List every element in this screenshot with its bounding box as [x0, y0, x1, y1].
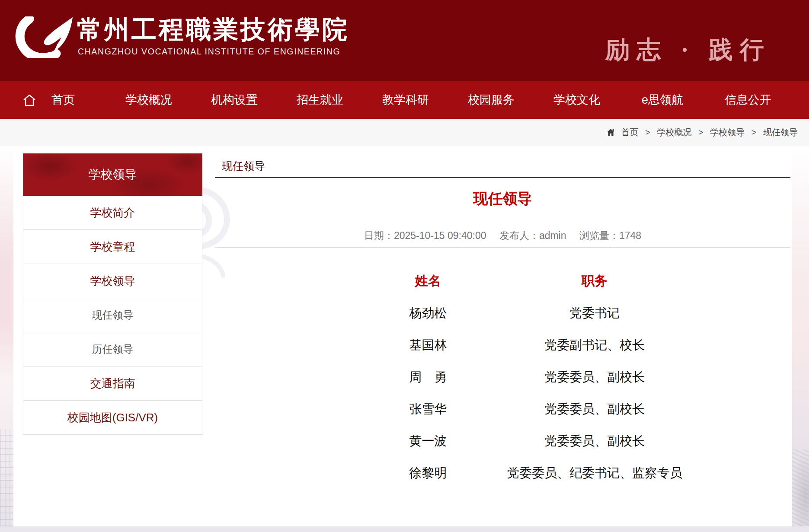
building-sketch-watermark: [0, 429, 13, 526]
breadcrumb-link-school-leaders[interactable]: 学校领导: [710, 127, 745, 137]
table-row: 黄一波 党委委员、副校长: [363, 425, 696, 457]
leader-name: 基国林: [363, 329, 493, 361]
sidebar-item-school-leaders[interactable]: 学校领导: [23, 264, 202, 298]
leader-position: 党委委员、副校长: [493, 393, 696, 425]
column-header-name: 姓名: [363, 265, 493, 297]
nav-item-school-overview[interactable]: 学校概况: [106, 81, 192, 119]
meta-date-label: 日期：: [364, 230, 394, 241]
column-header-position: 职务: [493, 265, 696, 297]
sidebar-item-school-charter[interactable]: 学校章程: [23, 230, 202, 264]
page-title: 现任领导: [222, 159, 265, 173]
school-motto: 励志 · 践行: [605, 34, 771, 67]
table-row: 周 勇 党委委员、副校长: [363, 361, 696, 393]
page-bottom-strip: [0, 526, 809, 532]
school-name-en: CHANGZHOU VOCATIONAL INSTITUTE OF ENGINE…: [78, 47, 340, 57]
table-header-row: 姓名 职务: [363, 265, 696, 297]
leader-name: 周 勇: [363, 361, 493, 393]
meta-views-label: 浏览量：: [579, 230, 619, 241]
leader-position: 党委副书记、校长: [493, 329, 696, 361]
nav-item-organization[interactable]: 机构设置: [192, 81, 277, 119]
texture-watermark: [792, 449, 809, 526]
breadcrumb: 首页 > 学校概况 > 学校领导 > 现任领导: [606, 119, 798, 146]
page: 常州工程職業技術學院 CHANGZHOU VOCATIONAL INSTITUT…: [0, 0, 809, 532]
nav-item-admissions[interactable]: 招生就业: [277, 81, 363, 119]
nav-item-home[interactable]: 首页: [20, 81, 106, 119]
school-name-cn: 常州工程職業技術學院: [77, 13, 380, 43]
sidebar-item-campus-map[interactable]: 校园地图(GIS/VR): [23, 401, 202, 435]
nav-item-campus-culture[interactable]: 学校文化: [534, 81, 620, 119]
leader-name: 黄一波: [363, 425, 493, 457]
leader-name: 杨劲松: [363, 297, 493, 329]
sidebar-title: 学校领导: [23, 153, 202, 196]
breadcrumb-separator: >: [698, 127, 703, 137]
leader-position: 党委委员、副校长: [493, 361, 696, 393]
table-row: 徐黎明 党委委员、纪委书记、监察专员: [363, 457, 696, 489]
nav-item-info-disclosure[interactable]: 信息公开: [705, 81, 791, 119]
home-icon: [606, 128, 615, 137]
leader-name: 徐黎明: [363, 457, 493, 489]
table-row: 基国林 党委副书记、校长: [363, 329, 696, 361]
sidebar: 学校领导 学校简介 学校章程 学校领导 现任领导 历任领导 交通指南 校园地图(…: [23, 153, 202, 435]
table-row: 张雪华 党委委员、副校长: [363, 393, 696, 425]
table-row: 杨劲松 党委书记: [363, 297, 696, 329]
breadcrumb-bar: 首页 > 学校概况 > 学校领导 > 现任领导: [0, 119, 809, 146]
breadcrumb-separator: >: [645, 127, 650, 137]
sidebar-item-school-intro[interactable]: 学校简介: [23, 196, 202, 230]
meta-date: 日期：2025-10-15 09:40:00: [364, 230, 486, 241]
article-meta: 日期：2025-10-15 09:40:00 发布人：admin 浏览量：174…: [215, 229, 790, 242]
meta-publisher: 发布人：admin: [499, 230, 566, 241]
leader-position: 党委委员、副校长: [493, 425, 696, 457]
sidebar-item-current-leaders[interactable]: 现任领导: [23, 298, 202, 332]
meta-publisher-value: admin: [539, 230, 566, 241]
nav-items: 首页 学校概况 机构设置 招生就业 教学科研 校园服务 学校文化 e思领航 信息…: [20, 81, 791, 119]
meta-publisher-label: 发布人：: [499, 230, 539, 241]
meta-date-value: 2025-10-15 09:40:00: [394, 230, 486, 241]
site-header: 常州工程職業技術學院 CHANGZHOU VOCATIONAL INSTITUT…: [0, 0, 809, 81]
article-title: 现任领导: [215, 189, 790, 209]
leaders-table: 姓名 职务 杨劲松 党委书记 基国林 党委副书记、校长 周 勇 党委委员、副校长…: [363, 265, 696, 489]
title-divider: [215, 177, 790, 178]
main-nav: 首页 学校概况 机构设置 招生就业 教学科研 校园服务 学校文化 e思领航 信息…: [0, 81, 809, 119]
sidebar-item-former-leaders[interactable]: 历任领导: [23, 332, 202, 366]
nav-item-campus-services[interactable]: 校园服务: [448, 81, 534, 119]
school-logo-icon: [13, 16, 74, 58]
nav-item-esi-portal[interactable]: e思领航: [620, 81, 705, 119]
meta-views: 浏览量：1748: [579, 230, 641, 241]
nav-item-teaching-research[interactable]: 教学科研: [363, 81, 448, 119]
leader-position: 党委书记: [493, 297, 696, 329]
breadcrumb-link-school-overview[interactable]: 学校概况: [657, 127, 691, 137]
meta-views-value: 1748: [619, 230, 641, 241]
sidebar-item-transport-guide[interactable]: 交通指南: [23, 366, 202, 401]
meta-divider: [215, 247, 790, 248]
breadcrumb-current-page[interactable]: 现任领导: [763, 127, 798, 137]
breadcrumb-separator: >: [751, 127, 757, 137]
leader-name: 张雪华: [363, 393, 493, 425]
breadcrumb-link-home[interactable]: 首页: [621, 127, 639, 137]
leader-position: 党委委员、纪委书记、监察专员: [493, 457, 696, 489]
